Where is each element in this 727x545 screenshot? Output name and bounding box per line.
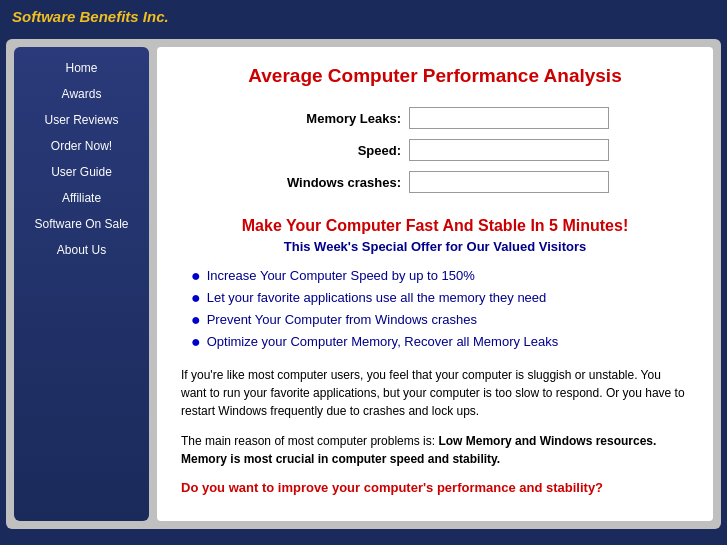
form-section: Memory Leaks: Speed: Windows crashes:	[181, 107, 689, 193]
body-para2: The main reason of most computer problem…	[181, 432, 689, 468]
cta-text: Do you want to improve your computer's p…	[181, 480, 689, 495]
bullet-dot: ●	[191, 334, 201, 350]
content-area: Average Computer Performance Analysis Me…	[157, 47, 713, 521]
sidebar-item-home[interactable]: Home	[14, 55, 149, 81]
form-row-crashes: Windows crashes:	[181, 171, 689, 193]
sidebar-item-awards[interactable]: Awards	[14, 81, 149, 107]
bullet-text: Prevent Your Computer from Windows crash…	[207, 312, 477, 327]
body-para2-start: The main reason of most computer problem…	[181, 434, 438, 448]
site-title: Software Benefits Inc.	[12, 8, 169, 25]
form-row-speed: Speed:	[181, 139, 689, 161]
bullet-text: Optimize your Computer Memory, Recover a…	[207, 334, 559, 349]
list-item: ●Optimize your Computer Memory, Recover …	[191, 334, 689, 350]
form-row-memory: Memory Leaks:	[181, 107, 689, 129]
windows-crashes-input[interactable]	[409, 171, 609, 193]
main-wrapper: HomeAwardsUser ReviewsOrder Now!User Gui…	[6, 39, 721, 529]
header: Software Benefits Inc.	[0, 0, 727, 33]
bullet-dot: ●	[191, 268, 201, 284]
bullet-dot: ●	[191, 290, 201, 306]
sidebar-item-affiliate[interactable]: Affiliate	[14, 185, 149, 211]
body-para1: If you're like most computer users, you …	[181, 366, 689, 420]
sidebar-item-user-guide[interactable]: User Guide	[14, 159, 149, 185]
bullet-list: ●Increase Your Computer Speed by up to 1…	[181, 268, 689, 350]
main-title: Average Computer Performance Analysis	[181, 65, 689, 87]
speed-label: Speed:	[261, 143, 401, 158]
list-item: ●Increase Your Computer Speed by up to 1…	[191, 268, 689, 284]
offer-subtitle: This Week's Special Offer for Our Valued…	[181, 239, 689, 254]
sidebar-item-order-now![interactable]: Order Now!	[14, 133, 149, 159]
list-item: ●Let your favorite applications use all …	[191, 290, 689, 306]
speed-input[interactable]	[409, 139, 609, 161]
list-item: ●Prevent Your Computer from Windows cras…	[191, 312, 689, 328]
sidebar: HomeAwardsUser ReviewsOrder Now!User Gui…	[14, 47, 149, 521]
memory-leaks-input[interactable]	[409, 107, 609, 129]
memory-leaks-label: Memory Leaks:	[261, 111, 401, 126]
offer-title: Make Your Computer Fast And Stable In 5 …	[181, 217, 689, 235]
bullet-text: Let your favorite applications use all t…	[207, 290, 547, 305]
bullet-text: Increase Your Computer Speed by up to 15…	[207, 268, 475, 283]
windows-crashes-label: Windows crashes:	[261, 175, 401, 190]
sidebar-item-software-on-sale[interactable]: Software On Sale	[14, 211, 149, 237]
bullet-dot: ●	[191, 312, 201, 328]
sidebar-item-user-reviews[interactable]: User Reviews	[14, 107, 149, 133]
sidebar-item-about-us[interactable]: About Us	[14, 237, 149, 263]
